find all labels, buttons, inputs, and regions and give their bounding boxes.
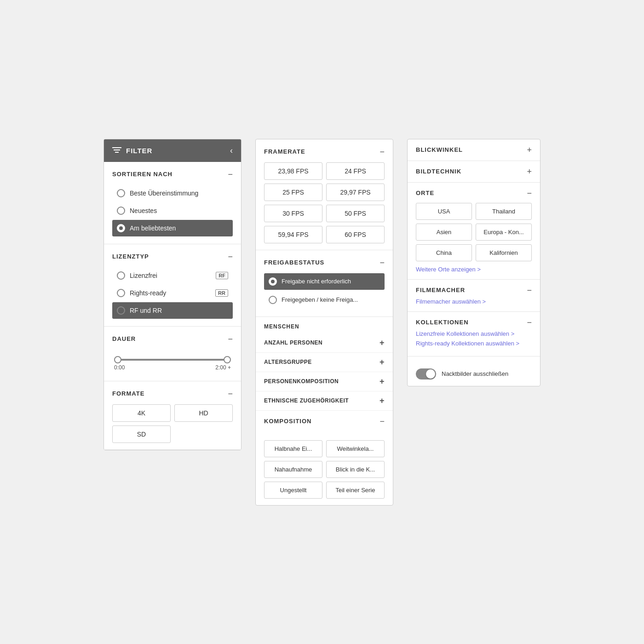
filter-icon [112,147,121,154]
filmemacher-collapse-icon[interactable]: − [527,286,532,294]
duration-title: DAUER [112,335,136,342]
komp-serie[interactable]: Teil einer Serie [326,482,385,499]
menschen-section: MENSCHEN ANZAHL PERSONEN + ALTERSGRUPPE … [256,317,393,411]
bildtechnik-section: BILDTECHNIK + [408,161,540,183]
sort-collapse-icon[interactable]: − [228,170,233,178]
komp-ungestellt[interactable]: Ungestellt [264,482,322,499]
framerate-title: FRAMERATE [264,148,305,155]
sort-radio-1 [117,207,125,215]
bildtechnik-plus-icon[interactable]: + [527,167,532,176]
freigabe-option-1[interactable]: Freigegeben / keine Freiga... [264,292,385,308]
komp-halbnahe[interactable]: Halbnahe Ei... [264,440,322,457]
orte-show-more-link[interactable]: Weitere Orte anzeigen > [416,266,532,273]
komp-nahaufnahme[interactable]: Nahaufnahme [264,461,322,478]
filmemacher-section: FILMEMACHER − Filmemacher auswählen > [408,280,540,312]
fps-25[interactable]: 25 FPS [264,184,322,201]
format-hd[interactable]: HD [174,404,233,422]
fps-29.97[interactable]: 29,97 FPS [326,184,385,201]
orte-china[interactable]: China [416,244,472,261]
license-badge-rr: RR [215,289,228,297]
close-button[interactable]: ‹ [230,146,233,155]
freigabe-radio-1 [269,296,277,304]
slider-thumb-left[interactable] [114,356,121,363]
orte-asien[interactable]: Asien [416,224,472,241]
sort-radio-0 [117,189,125,197]
ethnische-plus-icon[interactable]: + [380,396,385,406]
license-radio-1 [117,289,125,297]
toggle-section: Nacktbilder ausschließen [408,356,540,386]
filmemacher-select-link[interactable]: Filmemacher auswählen > [416,298,532,305]
freigabe-title: FREIGABESTATUS [264,259,324,266]
kollektionen-section: KOLLEKTIONEN − Lizenzfreie Kollektionen … [408,312,540,356]
toggle-label: Nacktbilder ausschließen [442,370,508,377]
filmemacher-title: FILMEMACHER [416,287,465,293]
orte-collapse-icon[interactable]: − [527,189,532,197]
format-sd[interactable]: SD [112,426,171,443]
duration-collapse-icon[interactable]: − [228,335,233,343]
sort-title: SORTIEREN NACH [112,171,172,178]
komposition-collapse-icon[interactable]: − [380,417,385,426]
kollektion-link-1[interactable]: Rights-ready Kollektionen auswählen > [416,340,532,347]
freigabe-radio-0 [269,277,277,286]
sub-personenkomposition[interactable]: PERSONENKOMPOSITION + [256,372,393,391]
sort-option-1[interactable]: Neuestes [112,202,233,219]
duration-slider[interactable]: 0:00 2:00 + [112,350,233,374]
komposition-grid: Halbnahe Ei... Weitwinkela... Nahaufnahm… [256,434,393,505]
altersgruppe-plus-icon[interactable]: + [380,357,385,367]
format-4k[interactable]: 4K [112,404,171,422]
kollektion-link-0[interactable]: Lizenzfreie Kollektionen auswählen > [416,330,532,337]
sort-option-0[interactable]: Beste Übereinstimmung [112,185,233,201]
komposition-title: KOMPOSITION [264,418,311,425]
license-radio-0 [117,271,125,280]
left-panel: FILTER ‹ SORTIEREN NACH − Beste Übereins… [104,139,242,450]
blickwinkel-plus-icon[interactable]: + [527,146,532,154]
slider-thumb-right[interactable] [224,356,231,363]
sort-section: SORTIEREN NACH − Beste Übereinstimmung N… [104,162,241,244]
komp-weitwinkel[interactable]: Weitwinkela... [326,440,385,457]
framerate-collapse-icon[interactable]: − [380,148,385,156]
fps-30[interactable]: 30 FPS [264,205,322,222]
slider-max-label: 2:00 + [215,364,231,371]
fps-grid: 23,98 FPS 24 FPS 25 FPS 29,97 FPS 30 FPS… [264,162,385,243]
framerate-section: FRAMERATE − 23,98 FPS 24 FPS 25 FPS 29,9… [256,139,393,250]
kollektionen-collapse-icon[interactable]: − [527,318,532,327]
license-badge-rf: RF [216,272,228,279]
middle-panel: FRAMERATE − 23,98 FPS 24 FPS 25 FPS 29,9… [255,139,393,506]
anzahl-plus-icon[interactable]: + [380,338,385,348]
orte-section: ORTE − USA Thailand Asien Europa - Kon..… [408,183,540,280]
license-collapse-icon[interactable]: − [228,253,233,261]
format-collapse-icon[interactable]: − [228,390,233,398]
orte-usa[interactable]: USA [416,203,472,220]
sort-radio-2 [117,224,125,232]
license-option-0[interactable]: Lizenzfrei RF [112,267,233,284]
fps-50[interactable]: 50 FPS [326,205,385,222]
license-option-1[interactable]: Rights-ready RR [112,285,233,301]
orte-thailand[interactable]: Thailand [476,203,532,220]
komp-blick[interactable]: Blick in die K... [326,461,385,478]
license-option-2[interactable]: RF und RR [112,302,233,319]
freigabe-section: FREIGABESTATUS − Freigabe nicht erforder… [256,250,393,317]
fps-59.94[interactable]: 59,94 FPS [264,226,322,243]
fps-23.98[interactable]: 23,98 FPS [264,162,322,180]
freigabe-option-0[interactable]: Freigabe nicht erforderlich [264,273,385,290]
sub-anzahl[interactable]: ANZAHL PERSONEN + [256,334,393,353]
orte-europa[interactable]: Europa - Kon... [476,224,532,241]
menschen-title: MENSCHEN [256,317,393,334]
filter-title: FILTER [126,147,152,155]
filter-header: FILTER ‹ [104,139,241,162]
sort-option-2[interactable]: Am beliebtesten [112,220,233,236]
freigabe-collapse-icon[interactable]: − [380,259,385,267]
fps-60[interactable]: 60 FPS [326,226,385,243]
blickwinkel-title: BLICKWINKEL [416,146,463,153]
sub-altersgruppe[interactable]: ALTERSGRUPPE + [256,353,393,372]
duration-section: DAUER − 0:00 2:00 + [104,327,241,381]
bildtechnik-title: BILDTECHNIK [416,168,461,175]
slider-min-label: 0:00 [114,364,125,371]
orte-kalifornien[interactable]: Kalifornien [476,244,532,261]
fps-24[interactable]: 24 FPS [326,162,385,180]
personenkomposition-plus-icon[interactable]: + [380,377,385,386]
nacktbilder-toggle[interactable] [416,368,436,380]
sub-ethnische[interactable]: ETHNISCHE ZUGEHÖRIGKEIT + [256,391,393,411]
blickwinkel-section: BLICKWINKEL + [408,139,540,161]
orte-grid: USA Thailand Asien Europa - Kon... China… [416,203,532,261]
